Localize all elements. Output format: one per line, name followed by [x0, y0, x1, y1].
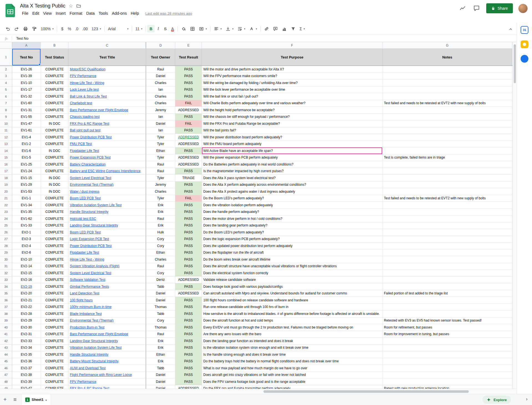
cell-notes[interactable]: Test failed and needs to be retested at … — [382, 195, 512, 202]
cell-notes[interactable] — [382, 256, 512, 263]
text-color-button[interactable]: A — [169, 25, 176, 32]
cell-c1[interactable]: Test Title — [69, 49, 146, 65]
cell-test-status[interactable]: COMPLETE — [41, 222, 69, 229]
cell-test-no[interactable]: EV2-1 — [12, 229, 41, 236]
cell-test-title[interactable]: Baro Performance over Flight Envelope — [69, 107, 146, 114]
cell-notes[interactable] — [382, 222, 512, 229]
test-title-link[interactable]: Battery Characterization — [70, 162, 106, 166]
cell-test-purpose[interactable]: Do the Batteries perform adequately in r… — [202, 161, 382, 168]
cell-test-title[interactable]: Handle Structural Integrity — [69, 209, 146, 216]
cell-test-owner[interactable]: Daniel — [146, 378, 175, 385]
cell-test-no[interactable]: EV1-4 — [12, 134, 41, 141]
cell-test-no[interactable]: EV1-1 — [12, 195, 41, 202]
cell-notes[interactable] — [382, 310, 512, 317]
cell-notes[interactable] — [382, 147, 512, 154]
cell-test-result[interactable]: PASS — [175, 93, 202, 100]
cell-test-no[interactable]: EV1-6 — [12, 147, 41, 154]
cell-test-status[interactable]: COMPLETE — [41, 93, 69, 100]
redo-button[interactable] — [12, 25, 21, 32]
cell-test-title[interactable]: Vibration Isolation System Life Test — [69, 345, 146, 351]
test-title-link[interactable]: Landing Gear Structural Integrity — [70, 223, 118, 227]
test-title-link[interactable]: Ball Link & Strut Life Test — [70, 95, 107, 98]
cell-test-owner[interactable]: Tyler — [146, 154, 175, 161]
cell-notes[interactable]: Test failed and needs to be retested at … — [382, 100, 512, 107]
font-size-select[interactable]: 11 — [133, 25, 144, 32]
cell-test-status[interactable]: COMPLETE — [41, 351, 69, 358]
cell-test-result[interactable]: ADDRESSED — [175, 290, 202, 297]
cell-test-owner[interactable]: Raul — [146, 331, 175, 338]
cell-test-purpose[interactable]: Will the chassis be stiff enough for pay… — [202, 114, 382, 121]
test-title-link[interactable]: Flopdapter Life Test — [70, 251, 99, 254]
cell-test-purpose[interactable]: Does the updated power distribution test… — [202, 243, 382, 249]
test-title-link[interactable]: Software Validation Test — [70, 278, 105, 282]
cell-test-status[interactable]: COMPLETE — [41, 283, 69, 290]
menu-view[interactable]: View — [41, 10, 54, 16]
cell-test-title[interactable]: System Level Electrical Test — [69, 270, 146, 277]
cell-test-title[interactable]: Boom LED PCB Test — [69, 229, 146, 236]
cell-test-result[interactable]: PASS — [175, 188, 202, 195]
test-title-link[interactable]: FPV Performance — [70, 380, 96, 384]
sheet-activity-icon[interactable] — [458, 4, 467, 12]
row-header[interactable]: 41 — [0, 331, 12, 338]
cell-test-no[interactable]: EV1-10 — [12, 80, 41, 86]
cell-notes[interactable] — [382, 168, 512, 175]
cell-test-purpose[interactable]: Does the Alta X protect agains water / d… — [202, 188, 382, 195]
cell-test-purpose[interactable]: Validate release candidate software — [202, 277, 382, 284]
cell-test-title[interactable]: System Level Electrical Test — [69, 175, 146, 182]
cell-test-owner[interactable]: Thomas — [146, 304, 175, 311]
cell-test-result[interactable]: ADDRESSED — [175, 154, 202, 161]
cell-test-owner[interactable]: Charles — [146, 256, 175, 263]
cell-test-owner[interactable]: Tabb — [146, 283, 175, 290]
cell-test-purpose[interactable]: Can aircraft autoland with Mpro and skyv… — [202, 290, 382, 297]
vertical-align-button[interactable] — [224, 25, 235, 32]
test-title-link[interactable]: Hinge Life Test - Wiring — [70, 258, 104, 261]
row-header[interactable]: 7 — [0, 100, 12, 107]
cell-test-no[interactable]: EV2-35 — [12, 351, 41, 358]
cell-test-title[interactable]: Flopdapter Life Test — [69, 249, 146, 256]
test-title-link[interactable]: Battery Mount Structural Integrity — [70, 359, 118, 363]
format-percent-button[interactable]: % — [66, 25, 73, 32]
menu-edit[interactable]: Edit — [30, 10, 41, 16]
cell-test-title[interactable]: Hot/cold test ESC — [69, 215, 146, 222]
cell-test-no[interactable]: EV1-2 — [12, 141, 41, 148]
cell-test-result[interactable]: ADDRESSED — [175, 107, 202, 114]
cell-test-title[interactable]: Ball Link & Strut Life Test — [69, 93, 146, 100]
test-title-link[interactable]: Environmental Test (Thermal) — [70, 319, 113, 322]
cell-notes[interactable] — [382, 378, 512, 385]
cell-test-status[interactable]: COMPLETE — [41, 202, 69, 209]
cell-test-purpose[interactable]: Does the FPV camera footage look good an… — [202, 378, 382, 385]
row-header[interactable]: 35 — [0, 290, 12, 297]
row-header[interactable]: 22 — [0, 202, 12, 209]
cell-test-no[interactable]: EV2-33 — [12, 338, 41, 345]
cell-test-no[interactable]: EV1-60 — [12, 100, 41, 107]
row-header[interactable]: 2 — [0, 66, 12, 73]
undo-button[interactable] — [3, 25, 12, 32]
cell-test-title[interactable]: 100 flight hours — [69, 297, 146, 304]
star-icon[interactable] — [69, 3, 73, 9]
cell-test-no[interactable]: EV2-20 — [12, 290, 41, 297]
cell-test-title[interactable]: Environmental Test (Thermal) — [69, 317, 146, 324]
cell-test-no[interactable]: EV1-5 — [12, 154, 41, 161]
cell-test-no[interactable]: EV1-25 — [12, 161, 41, 168]
row-header[interactable]: 49 — [0, 385, 12, 389]
cell-test-owner[interactable]: Raul — [146, 215, 175, 222]
row-header[interactable]: 13 — [0, 141, 12, 148]
cell-test-title[interactable]: Charliebolt test — [69, 100, 146, 107]
cell-test-purpose[interactable]: Will the motor and drive perform accepta… — [202, 66, 382, 73]
cell-notes[interactable] — [382, 304, 512, 311]
cell-test-owner[interactable]: Cory — [146, 270, 175, 277]
borders-button[interactable] — [188, 25, 197, 32]
test-title-link[interactable]: Motor/ESC Qualification — [70, 67, 105, 71]
cell-test-title[interactable]: Gimbal Performance Tests — [69, 283, 146, 290]
cell-test-title[interactable]: Lock Lever Life test — [69, 86, 146, 93]
row-header[interactable]: 42 — [0, 338, 12, 345]
keep-icon[interactable] — [521, 40, 528, 48]
cell-notes[interactable] — [382, 107, 512, 114]
cell-test-result[interactable]: PASS — [175, 297, 202, 304]
cell-test-owner[interactable]: Tyler — [146, 195, 175, 202]
cell-test-title[interactable]: Boom LED PCB Test — [69, 195, 146, 202]
cell-test-owner[interactable]: Tyler — [146, 175, 175, 182]
insert-comment-button[interactable] — [271, 25, 280, 32]
cell-test-owner[interactable]: Erik — [146, 358, 175, 365]
cell-test-result[interactable]: ADDRESSED — [175, 161, 202, 168]
